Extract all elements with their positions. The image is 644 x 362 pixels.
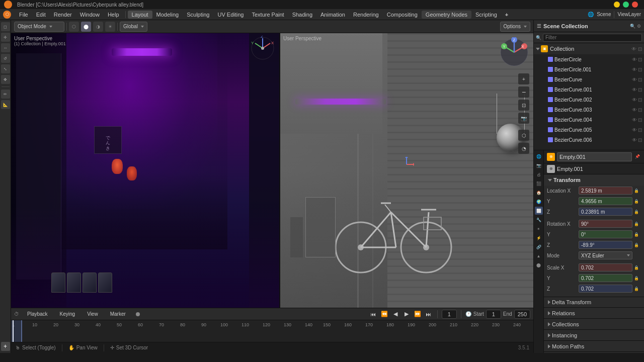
tool-rotate[interactable]: ↺ [1,54,10,63]
tool-annotate[interactable]: ✏ [1,89,10,99]
outliner-item-bezier-curve[interactable]: BezierCurve 👁 ⊡ [534,74,644,84]
transform-space[interactable]: Global [120,22,147,32]
zoom-in-btn[interactable]: + [518,73,529,84]
delta-transform-section[interactable]: Delta Transform [544,297,644,308]
view-menu[interactable]: View [83,310,102,318]
left-viewport[interactable]: でんき User Perspective (1) Collecti [11,33,280,308]
pin-icon[interactable]: 📌 [634,153,641,160]
prop-icon-scene[interactable]: 🌐 [535,152,543,160]
tool-select[interactable]: ◻ [1,22,10,31]
collections-section[interactable]: Collections [544,319,644,330]
transform-header[interactable]: Transform [544,174,644,186]
prop-icon-data[interactable]: ▲ [535,252,543,260]
prop-icon-scene2[interactable]: 🏠 [535,189,543,197]
outliner-filter-btn[interactable]: 🔍 [630,24,635,29]
location-y-value[interactable]: 4.9656 m [581,199,630,204]
overlays-btn[interactable]: ◔ [518,143,529,154]
scale-z-value[interactable]: 0.702 [581,286,630,292]
prop-icon-render[interactable]: 📷 [535,161,543,169]
prop-icon-material[interactable]: ⬤ [535,261,543,269]
rotation-mode-dropdown[interactable]: XYZ Euler [579,251,632,259]
step-back-btn[interactable]: ⏪ [380,310,389,319]
workspace-compositing[interactable]: Compositing [383,11,422,19]
workspace-uv[interactable]: UV Editing [213,11,248,19]
viewport-shading-rendered[interactable]: ☀ [105,22,115,32]
toggle-xray-btn[interactable]: ⬡ [518,130,529,141]
prop-icon-object[interactable]: ⬜ [535,207,543,215]
timeline-dot[interactable] [136,312,140,316]
tool-move[interactable]: ↔ [1,43,10,52]
tool-measure[interactable]: 📐 [1,100,10,109]
viewport-shading-solid[interactable]: ⬤ [81,22,91,32]
rotation-x-value[interactable]: 90° [581,221,630,227]
tool-scale[interactable]: ⤡ [1,64,10,73]
minimize-btn[interactable] [614,2,620,8]
outliner-settings-btn[interactable]: ⚙ [637,24,641,29]
collection-view-toggle[interactable]: 👁 [631,46,636,52]
prop-icon-modifier[interactable]: 🔧 [535,216,543,224]
rotation-z-value[interactable]: -89.9° [581,242,630,248]
workspace-modeling[interactable]: Modeling [152,11,183,19]
menu-file[interactable]: File [15,11,32,19]
motion-paths-section[interactable]: Motion Paths [544,341,644,352]
jump-end-btn[interactable]: ⏭ [424,310,433,319]
workspace-scripting[interactable]: Scripting [471,11,501,19]
start-frame-input[interactable]: 1 [486,310,501,319]
options-btn[interactable]: Options [500,22,530,32]
viewport-shading-wireframe[interactable]: ⬡ [69,22,79,32]
location-z-value[interactable]: 0.23891 m [581,209,630,215]
object-name-field[interactable] [557,152,632,161]
workspace-shading[interactable]: Shading [288,11,316,19]
playback-menu[interactable]: Playback [23,310,52,318]
end-frame-input[interactable]: 250 [514,310,530,319]
prop-icon-view-layer[interactable]: ⬛ [535,179,543,188]
close-btn[interactable] [632,2,638,8]
visibility-section[interactable]: Visibility [544,352,644,353]
step-forward-btn[interactable]: ⏩ [413,310,422,319]
outliner-item-bezier-curve-002[interactable]: BezierCurve.002 👁 ⊡ [534,95,644,105]
rotation-y-value[interactable]: 0° [581,232,630,237]
collection-item-root[interactable]: ▣ Collection 👁 ⊡ [534,43,644,54]
prop-icon-particles[interactable]: ✴ [535,225,543,233]
outliner-item-bezier-curve-006[interactable]: BezierCurve.006 👁 ⊡ [534,135,644,145]
workspace-texture[interactable]: Texture Paint [248,11,288,19]
menu-window[interactable]: Window [76,11,104,19]
camera-btn[interactable]: 📷 [518,113,529,124]
prop-icon-physics[interactable]: ⚡ [535,234,543,242]
menu-render[interactable]: Render [50,11,76,19]
right-viewport[interactable]: X Y Z + − ⊡ 📷 ⬡ ◔ User Perspective [280,33,533,308]
outliner-item-bezier-curve-005[interactable]: BezierCurve.005 👁 ⊡ [534,125,644,135]
keying-menu[interactable]: Keying [56,310,79,318]
menu-help[interactable]: Help [104,11,123,19]
workspace-animation[interactable]: Animation [316,11,349,19]
prop-icon-output[interactable]: 🖨 [535,170,543,178]
scale-y-value[interactable]: 0.702 [581,276,630,281]
tool-transform[interactable]: ✥ [1,75,10,84]
add-workspace-btn[interactable]: + [501,11,512,19]
object-mode-dropdown[interactable]: Object Mode [14,22,64,32]
zoom-out-btn[interactable]: − [518,86,529,98]
prop-icon-constraints[interactable]: 🔗 [535,243,543,251]
menu-edit[interactable]: Edit [32,11,50,19]
jump-start-btn[interactable]: ⏮ [369,310,378,319]
collection-select-toggle[interactable]: ⊡ [638,46,642,52]
tool-add[interactable]: + [1,342,10,351]
workspace-geonodes[interactable]: Geometry Nodes [422,11,471,19]
play-btn[interactable]: ▶ [402,310,411,319]
outliner-item-bezier-curve-003[interactable]: BezierCurve.003 👁 ⊡ [534,105,644,115]
workspace-rendering[interactable]: Rendering [349,11,383,19]
scale-x-value[interactable]: 0.702 [581,265,630,270]
tool-cursor[interactable]: ✛ [1,33,10,42]
outliner-search[interactable] [543,34,642,42]
relations-section[interactable]: Relations [544,308,644,319]
outliner-item-bezier-circle[interactable]: BezierCircle 👁 ⊡ [534,54,644,64]
current-frame-input[interactable]: 1 [442,310,457,319]
prop-icon-world[interactable]: 🌍 [535,198,543,206]
outliner-item-bezier-circle-001[interactable]: BezierCircle.001 👁 ⊡ [534,64,644,74]
workspace-sculpting[interactable]: Sculpting [183,11,213,19]
viewport-shading-material[interactable]: ◑ [93,22,103,32]
zoom-fit-btn[interactable]: ⊡ [518,100,529,111]
play-reverse-btn[interactable]: ◀ [391,310,400,319]
workspace-layout[interactable]: Layout [128,11,152,19]
outliner-item-bezier-curve-001[interactable]: BezierCurve.001 👁 ⊡ [534,84,644,95]
